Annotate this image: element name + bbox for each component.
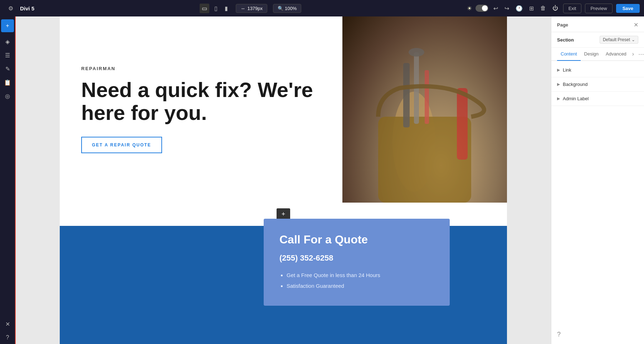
- app-title: Divi 5: [20, 5, 34, 11]
- tool-bag-svg: [342, 16, 507, 203]
- width-value: 1379px: [247, 6, 263, 11]
- main-layout: + ◈ ☰ ✎ 📋 ◎ ✕ ? REPAIRMAN Need a quick f…: [0, 16, 644, 344]
- width-icon: ↔: [240, 6, 245, 11]
- exit-button[interactable]: Exit: [563, 4, 582, 13]
- zoom-search-icon: 🔍: [278, 6, 283, 11]
- hero-left: REPAIRMAN Need a quick fix? We're here f…: [60, 16, 342, 203]
- hero-heading: Need a quick fix? We're here for you.: [81, 78, 325, 124]
- svg-point-4: [409, 48, 424, 57]
- preset-arrow-icon: ⌄: [631, 37, 635, 42]
- layers-icon-btn[interactable]: ◈: [1, 35, 14, 48]
- sun-icon: ☀: [467, 5, 472, 12]
- zoom-indicator[interactable]: 🔍 100%: [273, 4, 301, 13]
- history-button[interactable]: 🕐: [514, 4, 524, 13]
- accordion-link-label: Link: [563, 67, 571, 73]
- undo-button[interactable]: ↩: [492, 4, 499, 13]
- accordion-admin-label: ▶ Admin Label: [551, 92, 644, 106]
- panel-tabs: Content Design Advanced › ⋯: [551, 48, 644, 61]
- section-label: Section: [557, 37, 574, 43]
- preset-label: Default Preset: [603, 37, 630, 42]
- topbar-right: ☀ ↩ ↪ 🕐 ⊞ 🗑 ⏻ Exit Preview Save: [467, 4, 640, 13]
- panel-help-button[interactable]: ?: [551, 325, 644, 344]
- section-row: Section Default Preset ⌄: [551, 32, 644, 48]
- device-icons: ▭ ▯ ▮: [200, 4, 230, 13]
- panel-header: Page ✕: [551, 16, 644, 32]
- accordion-background-label: Background: [563, 82, 587, 87]
- blue-section: Call For a Quote (255) 352-6258 Get a Fr…: [60, 226, 507, 344]
- hero-right: [342, 16, 507, 203]
- desktop-device-btn[interactable]: ▭: [200, 4, 209, 13]
- layout-button[interactable]: ⊞: [528, 4, 535, 13]
- svg-rect-2: [403, 63, 410, 127]
- topbar-left: ⚙ Divi 5: [4, 2, 34, 15]
- tab-more-arrow[interactable]: ›: [630, 48, 636, 60]
- accordion-link-header[interactable]: ▶ Link: [551, 63, 644, 77]
- right-panel: Page ✕ Section Default Preset ⌄ Content …: [551, 16, 644, 344]
- accordion-link-arrow: ▶: [557, 68, 560, 72]
- settings-icon-btn[interactable]: ✕: [1, 318, 14, 330]
- tablet-device-btn[interactable]: ▯: [212, 4, 220, 13]
- left-sidebar: + ◈ ☰ ✎ 📋 ◎ ✕ ?: [0, 16, 16, 344]
- templates-icon-btn[interactable]: 📋: [1, 76, 14, 89]
- power-button[interactable]: ⏻: [551, 4, 560, 13]
- accordion-background-header[interactable]: ▶ Background: [551, 77, 644, 91]
- preset-select[interactable]: Default Preset ⌄: [600, 36, 638, 44]
- accordion-admin-label-arrow: ▶: [557, 96, 560, 101]
- edit-icon-btn[interactable]: ✎: [1, 62, 14, 75]
- tab-design[interactable]: Design: [581, 48, 602, 61]
- toggle-knob: [482, 5, 488, 11]
- zoom-value: 100%: [285, 6, 297, 11]
- hero-cta-button[interactable]: GET A REPAIR QUOTE: [81, 137, 162, 153]
- mobile-device-btn[interactable]: ▮: [223, 4, 230, 13]
- accordion-background-arrow: ▶: [557, 82, 560, 87]
- preview-button[interactable]: Preview: [585, 4, 612, 13]
- quote-card: Call For a Quote (255) 352-6258 Get a Fr…: [264, 219, 450, 306]
- tab-advanced[interactable]: Advanced: [602, 48, 630, 61]
- pages-icon-btn[interactable]: ☰: [1, 49, 14, 62]
- quote-feature-2: Satisfaction Guaranteed: [287, 281, 434, 291]
- panel-page-label: Page: [557, 22, 568, 28]
- hero-image: [342, 16, 507, 203]
- svg-rect-6: [457, 88, 468, 160]
- redo-button[interactable]: ↪: [503, 4, 511, 13]
- search-icon-btn[interactable]: ◎: [1, 89, 14, 102]
- save-button[interactable]: Save: [616, 4, 640, 13]
- width-indicator[interactable]: ↔ 1379px: [236, 4, 267, 13]
- topbar-center: ▭ ▯ ▮ ↔ 1379px 🔍 100%: [39, 4, 463, 13]
- trash-button[interactable]: 🗑: [539, 4, 547, 13]
- quote-phone: (255) 352-6258: [279, 253, 434, 263]
- hero-section: REPAIRMAN Need a quick fix? We're here f…: [60, 16, 507, 203]
- accordion-admin-label-header[interactable]: ▶ Admin Label: [551, 92, 644, 106]
- topbar: ⚙ Divi 5 ▭ ▯ ▮ ↔ 1379px 🔍 100% ☀ ↩ ↪ 🕐 ⊞…: [0, 0, 644, 16]
- quote-feature-1: Get a Free Quote in less than 24 Hours: [287, 270, 434, 281]
- hero-tag: REPAIRMAN: [81, 66, 325, 71]
- tab-more-dots[interactable]: ⋯: [636, 48, 644, 60]
- canvas-inner: REPAIRMAN Need a quick fix? We're here f…: [60, 16, 507, 344]
- panel-body: ▶ Link ▶ Background ▶ Admin Label: [551, 61, 644, 325]
- quote-card-title: Call For a Quote: [279, 233, 434, 246]
- svg-rect-5: [425, 70, 429, 124]
- theme-toggle[interactable]: [475, 5, 488, 12]
- gear-button[interactable]: ⚙: [4, 2, 17, 15]
- panel-close-button[interactable]: ✕: [634, 21, 638, 28]
- accordion-link: ▶ Link: [551, 63, 644, 77]
- accordion-admin-label-label: Admin Label: [563, 96, 589, 101]
- add-element-button[interactable]: +: [1, 19, 14, 32]
- canvas-area[interactable]: REPAIRMAN Need a quick fix? We're here f…: [16, 16, 551, 344]
- help-icon-btn[interactable]: ?: [1, 331, 14, 344]
- accordion-background: ▶ Background: [551, 77, 644, 92]
- tab-content[interactable]: Content: [557, 48, 581, 61]
- quote-features-list: Get a Free Quote in less than 24 Hours S…: [279, 270, 434, 291]
